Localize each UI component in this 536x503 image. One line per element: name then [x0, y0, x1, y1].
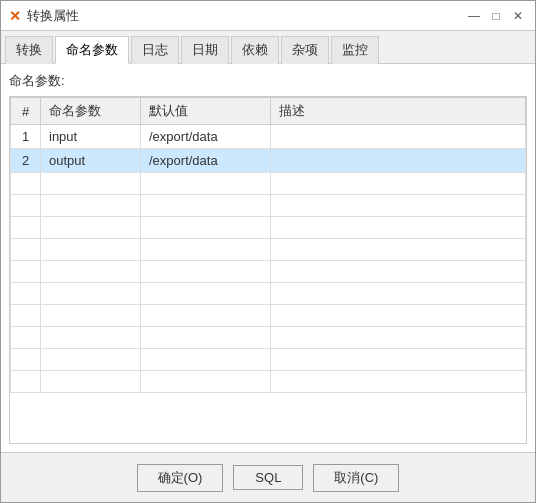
header-desc: 描述 [271, 98, 526, 125]
confirm-button[interactable]: 确定(O) [137, 464, 224, 492]
content-area: 命名参数: # 命名参数 默认值 描述 1 input /export/data [1, 64, 535, 452]
title-bar: ✕ 转换属性 — □ ✕ [1, 1, 535, 31]
params-table: # 命名参数 默认值 描述 1 input /export/data 2 [10, 97, 526, 393]
row-2-default: /export/data [141, 149, 271, 173]
table-row-empty [11, 349, 526, 371]
table-row-empty [11, 239, 526, 261]
app-icon: ✕ [9, 8, 21, 24]
minimize-button[interactable]: — [465, 7, 483, 25]
tab-date[interactable]: 日期 [181, 36, 229, 64]
window-title: 转换属性 [27, 7, 79, 25]
table-row-empty [11, 371, 526, 393]
table-row[interactable]: 1 input /export/data [11, 125, 526, 149]
table-row-empty [11, 173, 526, 195]
table-row-empty [11, 283, 526, 305]
tab-monitor[interactable]: 监控 [331, 36, 379, 64]
table-row-empty [11, 261, 526, 283]
row-1-default: /export/data [141, 125, 271, 149]
cancel-button[interactable]: 取消(C) [313, 464, 399, 492]
close-button[interactable]: ✕ [509, 7, 527, 25]
tab-log[interactable]: 日志 [131, 36, 179, 64]
row-2-desc [271, 149, 526, 173]
table-row-empty [11, 217, 526, 239]
title-controls: — □ ✕ [465, 7, 527, 25]
table-row[interactable]: 2 output /export/data [11, 149, 526, 173]
header-name: 命名参数 [41, 98, 141, 125]
row-1-num: 1 [11, 125, 41, 149]
header-num: # [11, 98, 41, 125]
tab-transform[interactable]: 转换 [5, 36, 53, 64]
row-2-num: 2 [11, 149, 41, 173]
tab-misc[interactable]: 杂项 [281, 36, 329, 64]
section-label: 命名参数: [9, 72, 527, 90]
footer: 确定(O) SQL 取消(C) [1, 452, 535, 502]
row-1-desc [271, 125, 526, 149]
sql-button[interactable]: SQL [233, 465, 303, 490]
table-header-row: # 命名参数 默认值 描述 [11, 98, 526, 125]
tab-dependency[interactable]: 依赖 [231, 36, 279, 64]
table-row-empty [11, 327, 526, 349]
main-window: ✕ 转换属性 — □ ✕ 转换 命名参数 日志 日期 依赖 杂项 监控 命名参数… [0, 0, 536, 503]
tab-named-params[interactable]: 命名参数 [55, 36, 129, 64]
maximize-button[interactable]: □ [487, 7, 505, 25]
row-2-name: output [41, 149, 141, 173]
tab-bar: 转换 命名参数 日志 日期 依赖 杂项 监控 [1, 31, 535, 64]
table-row-empty [11, 195, 526, 217]
table-row-empty [11, 305, 526, 327]
title-left: ✕ 转换属性 [9, 7, 79, 25]
row-1-name: input [41, 125, 141, 149]
table-container: # 命名参数 默认值 描述 1 input /export/data 2 [9, 96, 527, 444]
header-default: 默认值 [141, 98, 271, 125]
